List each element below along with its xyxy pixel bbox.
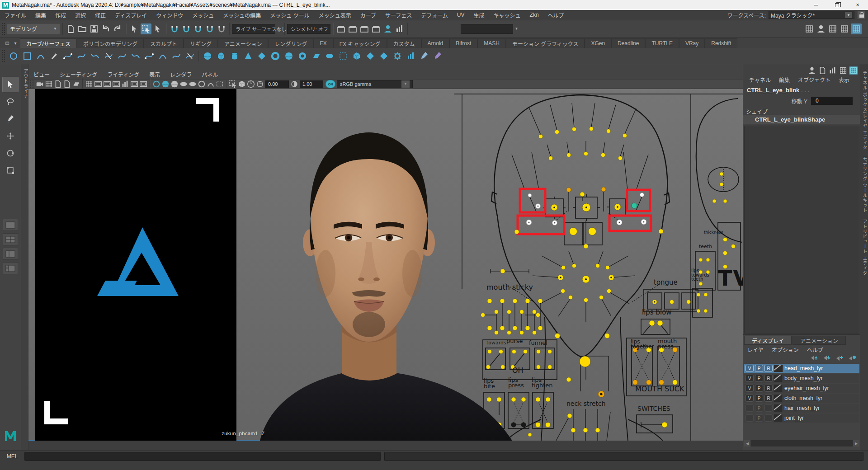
shelf-icon[interactable] [142, 49, 156, 63]
render-icon[interactable] [382, 24, 393, 34]
shelf-tab[interactable]: モーション グラフィックス [506, 38, 585, 48]
shelf-tab[interactable]: Deadline [611, 38, 645, 48]
toolbar-grip[interactable] [2, 23, 5, 35]
layer-color-swatch[interactable] [774, 404, 783, 412]
head-model[interactable] [251, 106, 517, 441]
layer-editor-tab[interactable]: アニメーション [793, 336, 846, 345]
shelf-tab[interactable]: FX キャッシング [333, 38, 387, 48]
shelf-icon[interactable] [34, 49, 47, 63]
panel-toolbar-icon[interactable] [53, 80, 62, 88]
shelf-menu-icon[interactable]: ▤ [4, 39, 11, 47]
panel-toolbar-icon[interactable] [62, 80, 71, 88]
menu-item[interactable]: 編集 [31, 11, 51, 19]
shelf-icon[interactable] [156, 49, 170, 63]
shelf-icon[interactable] [214, 49, 228, 63]
layer-editor-tab[interactable]: ディスプレイ [744, 336, 792, 345]
menu-item[interactable]: メッシュ [188, 11, 218, 19]
panel-toolbar-icon[interactable] [139, 80, 148, 88]
translate-y-label[interactable]: 移動 Y [743, 97, 811, 105]
paint-select-tool-button[interactable] [2, 111, 19, 127]
status-icon[interactable] [181, 24, 192, 34]
layer-editor-menu-item[interactable]: ヘルプ [803, 346, 827, 353]
separator[interactable] [407, 23, 408, 35]
help-line-field[interactable] [384, 452, 863, 461]
field-entry-dropdown[interactable] [461, 24, 513, 34]
new-layer-from-selected-icon[interactable] [849, 355, 857, 361]
separator[interactable] [284, 23, 285, 35]
shelf-icon[interactable] [391, 49, 404, 63]
channel-box-header-icon[interactable] [818, 66, 827, 75]
sidebar-toggle-icon[interactable] [804, 24, 815, 34]
status-icon[interactable] [152, 24, 163, 34]
channel-box-header-icon[interactable] [828, 66, 837, 75]
scroll-right-icon[interactable]: ▶ [853, 440, 859, 446]
panel-toolbar-icon[interactable] [112, 80, 121, 88]
shelf-icon[interactable] [418, 49, 431, 63]
shelf-icon[interactable] [363, 49, 377, 63]
move-tool-button[interactable] [2, 128, 19, 144]
panel-menu-item[interactable]: シェーディング [55, 70, 102, 78]
tab-channel-box-layer-editor[interactable]: チャネル ボックス/レイヤ エディタ [861, 70, 868, 150]
layer-color-swatch[interactable] [774, 385, 783, 392]
channel-box-menu-item[interactable]: 表示 [835, 76, 854, 84]
layer-row[interactable]: V P R eyehair_mesh_lyr [744, 384, 859, 393]
menu-item[interactable]: メッシュ表示 [314, 11, 356, 19]
mel-label[interactable]: MEL [0, 453, 24, 460]
panel-toolbar-icon[interactable] [161, 80, 170, 88]
shelf-tab[interactable]: FX [314, 38, 333, 48]
shelf-icon[interactable] [7, 49, 20, 63]
shelf-tab[interactable]: Bifrost [449, 38, 477, 48]
gamma-dropdown[interactable]: sRGB gamma ▼ [337, 80, 413, 88]
translate-y-value-field[interactable]: 0 [811, 97, 853, 105]
panel-toolbar-icon[interactable] [197, 80, 206, 88]
shelf-icon[interactable] [61, 49, 75, 63]
panel-toolbar-icon[interactable] [246, 80, 255, 88]
shelf-tab[interactable]: VRay [679, 38, 705, 48]
status-icon[interactable] [193, 24, 203, 34]
shelf-tab[interactable]: ポリゴンのモデリング [77, 38, 144, 48]
layer-visible-toggle[interactable]: V [745, 395, 754, 402]
scroll-track[interactable] [751, 440, 853, 446]
panel-toolbar-icon[interactable] [94, 80, 103, 88]
menu-item[interactable]: ファイル [0, 11, 31, 19]
layer-visible-toggle[interactable] [745, 404, 754, 412]
layer-visible-toggle[interactable]: V [745, 385, 754, 392]
layer-visible-toggle[interactable]: V [745, 375, 754, 382]
panel-toolbar-icon[interactable] [71, 80, 80, 88]
shelf-icon[interactable] [241, 49, 255, 63]
layer-reference-toggle[interactable]: R [764, 385, 773, 392]
live-surface-field[interactable]: ライブ サーフェスなし [232, 24, 275, 34]
channel-box-menu-item[interactable]: 編集 [775, 76, 794, 84]
shelf-icon[interactable] [102, 49, 115, 63]
layer-reference-toggle[interactable] [764, 414, 773, 422]
viewport-canvas[interactable]: mouth sticky towards purse funnel OH lip… [28, 89, 743, 441]
status-icon[interactable] [204, 24, 215, 34]
shelf-icon[interactable] [404, 49, 418, 63]
exposure-field[interactable]: 0.00 [265, 80, 289, 88]
symmetry-field[interactable]: シンメトリ: オフ [287, 24, 330, 34]
shelf-icon[interactable] [170, 49, 183, 63]
menu-item[interactable]: 生成 [469, 11, 489, 19]
panel-toolbar-icon[interactable] [103, 80, 112, 88]
shelf-icon[interactable] [282, 49, 296, 63]
panel-toolbar-icon[interactable] [237, 80, 246, 88]
empty-layer-icon[interactable] [836, 355, 844, 361]
close-button[interactable]: × [847, 0, 868, 10]
shelf-tab[interactable]: TURTLE [645, 38, 679, 48]
layer-visible-toggle[interactable] [745, 414, 754, 422]
toolbar-grip[interactable] [2, 50, 5, 62]
separator[interactable] [62, 23, 63, 35]
maya-logo-icon[interactable] [4, 430, 17, 442]
layer-color-swatch[interactable] [774, 375, 783, 382]
shelf-icon[interactable] [336, 49, 350, 63]
minimize-button[interactable] [806, 0, 826, 10]
panel-menu-item[interactable]: ライティング [102, 70, 144, 78]
panel-toolbar-icon[interactable] [179, 80, 188, 88]
menu-item[interactable]: デフォーム [416, 11, 453, 19]
layer-color-swatch[interactable] [774, 365, 783, 372]
shelf-tab[interactable]: MASH [477, 38, 506, 48]
shelf-tab[interactable]: Redshift [705, 38, 737, 48]
channel-box-menu-item[interactable]: チャネル [745, 76, 775, 84]
panel-toolbar-icon[interactable] [121, 80, 130, 88]
panel-toolbar-icon[interactable] [170, 80, 179, 88]
